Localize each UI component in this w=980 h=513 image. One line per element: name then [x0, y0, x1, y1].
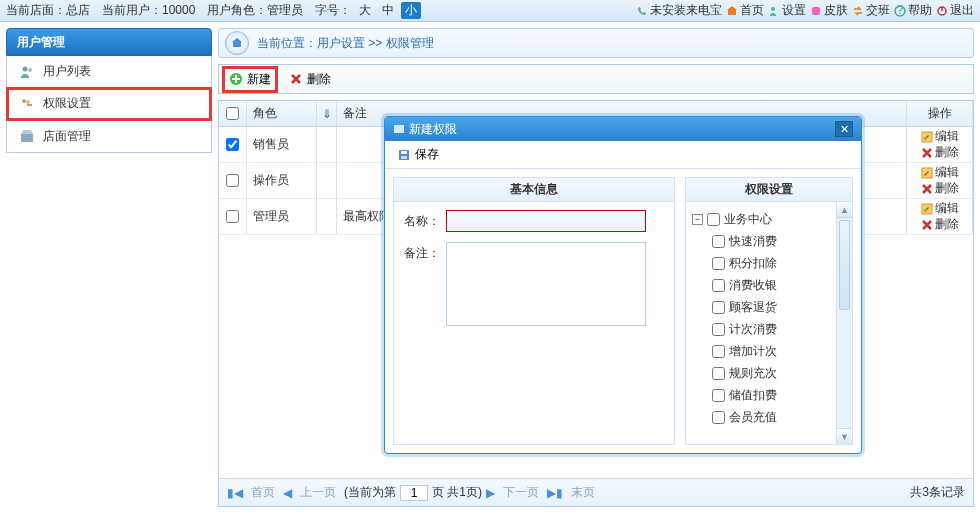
- sort-icon[interactable]: ⇓: [317, 101, 337, 126]
- dialog-titlebar[interactable]: 新建权限 ✕: [385, 117, 861, 141]
- col-op: 操作: [907, 101, 973, 126]
- dialog-title: 新建权限: [409, 121, 457, 138]
- svg-rect-11: [21, 134, 33, 142]
- sidebar-item-permission[interactable]: 权限设置: [7, 88, 211, 120]
- page-first-icon[interactable]: ▮◀: [227, 486, 243, 500]
- font-small-button[interactable]: 小: [401, 2, 421, 19]
- tree-item[interactable]: 会员充值: [692, 406, 848, 428]
- sidebar-item-label: 用户列表: [43, 63, 91, 80]
- new-button[interactable]: 新建: [225, 69, 275, 90]
- row-delete-button[interactable]: 删除: [921, 181, 959, 197]
- tree-checkbox[interactable]: [712, 301, 725, 314]
- sidebar-item-label: 店面管理: [43, 128, 91, 145]
- scroll-thumb[interactable]: [839, 220, 850, 310]
- svg-point-9: [26, 100, 30, 104]
- home-link[interactable]: 首页: [726, 2, 764, 19]
- page-last-icon[interactable]: ▶▮: [547, 486, 563, 500]
- row-delete-button[interactable]: 删除: [921, 145, 959, 161]
- page-input[interactable]: [400, 485, 428, 501]
- phone-icon: [636, 5, 648, 17]
- disk-icon: [397, 148, 411, 162]
- svg-point-0: [771, 7, 775, 11]
- toolbar: 新建 删除: [218, 64, 974, 94]
- shift-link[interactable]: 交班: [852, 2, 890, 19]
- store-icon: [19, 128, 35, 144]
- select-all-checkbox[interactable]: [226, 107, 239, 120]
- user-label: 当前用户：: [102, 3, 162, 17]
- row-checkbox[interactable]: [226, 210, 239, 223]
- tree-item[interactable]: 快速消费: [692, 230, 848, 252]
- edit-button[interactable]: 编辑: [921, 165, 959, 181]
- tree-item[interactable]: 储值扣费: [692, 384, 848, 406]
- svg-rect-18: [401, 151, 407, 154]
- top-bar: 当前店面：总店 当前用户：10000 用户角色：管理员 字号： 大 中 小 未安…: [0, 0, 980, 22]
- sidebar-item-store[interactable]: 店面管理: [7, 120, 211, 152]
- font-large-button[interactable]: 大: [355, 2, 375, 19]
- breadcrumb-link-1[interactable]: 用户设置: [317, 36, 365, 50]
- sidebar-title: 用户管理: [6, 28, 212, 56]
- svg-point-6: [23, 66, 28, 71]
- collapse-icon[interactable]: −: [692, 214, 703, 225]
- note-label: 备注：: [402, 242, 446, 262]
- logout-link[interactable]: 退出: [936, 2, 974, 19]
- name-input[interactable]: [446, 210, 646, 232]
- tree-checkbox[interactable]: [712, 411, 725, 424]
- new-permission-dialog: 新建权限 ✕ 保存 基本信息 名称： 备注： 权限设置: [384, 116, 862, 454]
- tree-checkbox[interactable]: [712, 279, 725, 292]
- tree-checkbox[interactable]: [707, 213, 720, 226]
- home-circle-icon[interactable]: [225, 31, 249, 55]
- tree-root[interactable]: −业务中心: [692, 208, 848, 230]
- note-textarea[interactable]: [446, 242, 646, 326]
- sidebar-item-user-list[interactable]: 用户列表: [7, 56, 211, 88]
- store-value: 总店: [66, 3, 90, 17]
- breadcrumb-sep: >>: [365, 36, 386, 50]
- scroll-up-icon[interactable]: ▲: [837, 202, 852, 218]
- tree-checkbox[interactable]: [712, 345, 725, 358]
- page-last[interactable]: 末页: [567, 484, 599, 501]
- close-icon[interactable]: ✕: [835, 121, 853, 137]
- basic-info-header: 基本信息: [394, 178, 674, 202]
- help-link[interactable]: ?帮助: [894, 2, 932, 19]
- svg-point-7: [28, 68, 32, 72]
- tree-item[interactable]: 计次消费: [692, 318, 848, 340]
- caller-id-link[interactable]: 未安装来电宝: [636, 2, 722, 19]
- col-role[interactable]: 角色: [247, 101, 317, 126]
- pager-mid-suffix: 页 共1页): [432, 484, 482, 501]
- tree-checkbox[interactable]: [712, 323, 725, 336]
- row-delete-button[interactable]: 删除: [921, 217, 959, 233]
- svg-rect-19: [401, 156, 407, 159]
- sidebar: 用户管理 用户列表 权限设置 店面管理: [0, 22, 218, 513]
- skin-link[interactable]: 皮肤: [810, 2, 848, 19]
- font-medium-button[interactable]: 中: [378, 2, 398, 19]
- power-icon: [936, 5, 948, 17]
- tree-item[interactable]: 积分扣除: [692, 252, 848, 274]
- page-first[interactable]: 首页: [247, 484, 279, 501]
- delete-button[interactable]: 删除: [285, 69, 335, 90]
- tree-item[interactable]: 消费收银: [692, 274, 848, 296]
- row-checkbox[interactable]: [226, 174, 239, 187]
- tree-checkbox[interactable]: [712, 235, 725, 248]
- save-button[interactable]: 保存: [393, 144, 443, 165]
- page-prev-icon[interactable]: ◀: [283, 486, 292, 500]
- tree-item[interactable]: 增加计次: [692, 340, 848, 362]
- row-checkbox[interactable]: [226, 138, 239, 151]
- tree-checkbox[interactable]: [712, 257, 725, 270]
- tree-checkbox[interactable]: [712, 367, 725, 380]
- user-value: 10000: [162, 3, 195, 17]
- tree-checkbox[interactable]: [712, 389, 725, 402]
- x-icon: [289, 72, 303, 86]
- page-prev[interactable]: 上一页: [296, 484, 340, 501]
- store-label: 当前店面：: [6, 3, 66, 17]
- tree-item[interactable]: 顾客退货: [692, 296, 848, 318]
- svg-rect-1: [812, 7, 820, 15]
- edit-button[interactable]: 编辑: [921, 201, 959, 217]
- edit-button[interactable]: 编辑: [921, 129, 959, 145]
- tree-item[interactable]: 规则充次: [692, 362, 848, 384]
- page-next-icon[interactable]: ▶: [486, 486, 495, 500]
- scroll-down-icon[interactable]: ▼: [837, 428, 852, 444]
- scrollbar[interactable]: ▲ ▼: [836, 202, 852, 444]
- page-next[interactable]: 下一页: [499, 484, 543, 501]
- breadcrumb-link-2[interactable]: 权限管理: [386, 36, 434, 50]
- name-label: 名称：: [402, 210, 446, 230]
- settings-link[interactable]: 设置: [768, 2, 806, 19]
